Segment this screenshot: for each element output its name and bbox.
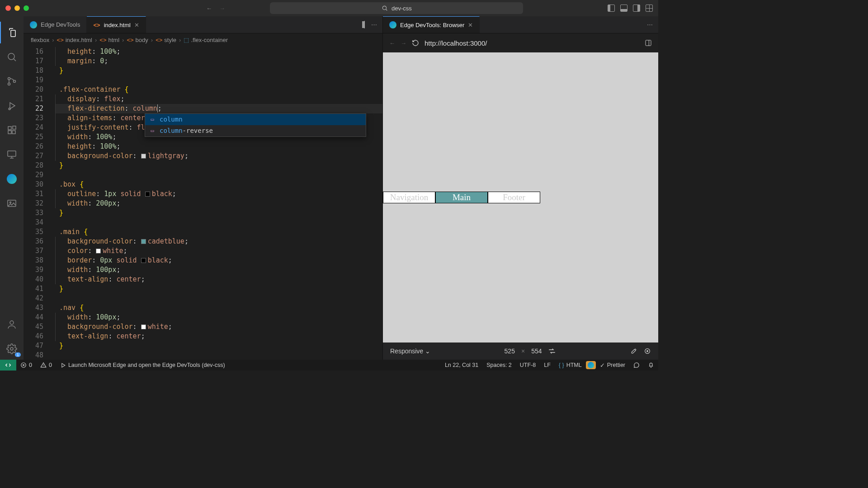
svg-rect-6 [8, 127, 11, 130]
svg-point-5 [9, 108, 10, 110]
rotate-icon[interactable] [548, 347, 556, 355]
toggle-primary-sidebar-icon[interactable] [608, 5, 615, 12]
toggle-secondary-sidebar-icon[interactable] [633, 5, 640, 12]
suggest-item[interactable]: ▭ column [145, 114, 366, 125]
chevron-down-icon: ⌄ [425, 347, 430, 355]
preview-viewport[interactable]: Navigation Main Footer [383, 52, 658, 343]
image-asset-icon[interactable] [0, 192, 24, 214]
viewport-height[interactable]: 554 [531, 347, 542, 355]
viewport-sep: × [521, 347, 525, 355]
suggest-item[interactable]: ▭ column-reverse [145, 125, 366, 136]
svg-point-13 [10, 321, 14, 324]
prettier-status[interactable]: ✓ Prettier [596, 362, 629, 369]
crumb-body[interactable]: <> body [127, 37, 148, 43]
close-tab-icon[interactable]: ✕ [468, 22, 473, 28]
nav-forward-icon[interactable]: → [219, 5, 225, 12]
browser-preview: Edge DevTools: Browser ✕ ⋯ ← → http://lo… [382, 16, 658, 360]
property-value-icon: ▭ [149, 116, 156, 123]
svg-rect-8 [12, 131, 15, 134]
indent-setting[interactable]: Spaces: 2 [482, 362, 516, 368]
browser-forward-icon[interactable]: → [401, 40, 406, 47]
flex-container-demo: Navigation Main Footer [383, 192, 540, 203]
toggle-panel-icon[interactable] [620, 5, 627, 12]
editor-tabs: Edge DevTools <> index.html ✕ ⋯ [24, 16, 382, 33]
language-mode[interactable]: { } HTML [555, 362, 586, 368]
preview-status-bar: Responsive ⌄ 525 × 554 [383, 343, 658, 360]
search-icon [382, 5, 388, 11]
tab-edge-devtools[interactable]: Edge DevTools [24, 16, 87, 33]
line-gutter: 1617181920212223242526272829303132333435… [24, 46, 52, 360]
source-control-icon[interactable] [0, 70, 24, 92]
customize-layout-icon[interactable] [646, 5, 653, 12]
demo-nav-box: Navigation [383, 192, 435, 203]
tab-index-html[interactable]: <> index.html ✕ [87, 16, 146, 33]
device-dropdown[interactable]: Responsive ⌄ [390, 347, 430, 355]
svg-point-14 [10, 347, 13, 350]
demo-footer-box: Footer [488, 192, 540, 203]
svg-point-0 [382, 6, 386, 9]
run-debug-icon[interactable] [0, 95, 24, 117]
browser-reload-icon[interactable] [412, 39, 419, 47]
status-bar: 0 0 Launch Microsoft Edge and open the E… [0, 360, 658, 371]
tab-label: index.html [104, 22, 131, 28]
svg-rect-10 [8, 151, 16, 156]
nav-back-icon[interactable]: ← [206, 5, 212, 12]
problems-warnings[interactable]: 0 [36, 362, 56, 368]
url-input[interactable]: http://localhost:3000/ [425, 39, 639, 47]
more-actions-icon[interactable]: ⋯ [647, 21, 653, 28]
workspace-title: dev-css [392, 5, 412, 12]
browser-toolbar: ← → http://localhost:3000/ [383, 33, 658, 52]
demo-main-box: Main [435, 192, 488, 203]
edge-status-icon[interactable] [586, 361, 596, 369]
maximize-window-button[interactable] [24, 5, 29, 11]
minimize-window-button[interactable] [14, 5, 20, 11]
svg-point-17 [647, 351, 648, 352]
eyedropper-icon[interactable] [630, 347, 637, 355]
crumb-folder[interactable]: flexbox [31, 37, 49, 43]
browser-back-icon[interactable]: ← [389, 40, 395, 47]
crumb-html[interactable]: <> html [99, 37, 119, 43]
code-editor[interactable]: 1617181920212223242526272829303132333435… [24, 46, 382, 360]
svg-point-1 [8, 53, 14, 60]
crumb-selector[interactable]: ⬚ .flex-container [184, 37, 228, 43]
explorer-icon[interactable] [0, 22, 24, 43]
edge-icon [389, 21, 396, 28]
crumb-file[interactable]: <> index.html [57, 37, 92, 43]
inspect-icon[interactable] [644, 347, 651, 355]
viewport-width[interactable]: 525 [505, 347, 515, 355]
search-icon[interactable] [0, 46, 24, 68]
remote-indicator[interactable] [0, 360, 16, 371]
window-controls [5, 5, 29, 11]
split-editor-icon[interactable] [364, 21, 365, 28]
edge-icon [30, 21, 37, 28]
launch-edge-task[interactable]: Launch Microsoft Edge and open the Edge … [56, 362, 229, 368]
svg-point-4 [14, 80, 16, 83]
notifications-icon[interactable] [644, 362, 658, 368]
close-window-button[interactable] [5, 5, 11, 11]
close-tab-icon[interactable]: ✕ [134, 22, 139, 28]
cursor-position[interactable]: Ln 22, Col 31 [441, 362, 482, 368]
svg-point-12 [10, 202, 11, 203]
breadcrumbs[interactable]: flexbox› <> index.html› <> html› <> body… [24, 33, 382, 46]
svg-rect-7 [8, 131, 11, 134]
title-bar: ← → dev-css [0, 0, 658, 16]
extensions-icon[interactable] [0, 119, 24, 141]
more-actions-icon[interactable]: ⋯ [371, 21, 377, 28]
intellisense-popup[interactable]: ▭ column ▭ column-reverse [145, 113, 366, 137]
remote-explorer-icon[interactable] [0, 144, 24, 165]
accounts-icon[interactable] [0, 314, 24, 335]
edge-tools-icon[interactable] [0, 168, 24, 190]
eol[interactable]: LF [540, 362, 555, 368]
settings-gear-icon[interactable]: 1 [0, 338, 24, 360]
feedback-icon[interactable] [629, 362, 644, 368]
encoding[interactable]: UTF-8 [516, 362, 540, 368]
code-content[interactable]: ▭ column ▭ column-reverse height: 100%; … [52, 46, 382, 360]
crumb-style[interactable]: <> style [156, 37, 176, 43]
command-center[interactable]: dev-css [270, 2, 523, 14]
tab-label: Edge DevTools [41, 21, 80, 28]
property-value-icon: ▭ [149, 127, 156, 135]
open-devtools-icon[interactable] [645, 39, 652, 47]
tab-browser-preview[interactable]: Edge DevTools: Browser ✕ [383, 16, 480, 33]
editor-group: Edge DevTools <> index.html ✕ ⋯ flexbox›… [24, 16, 382, 360]
problems-errors[interactable]: 0 [16, 362, 36, 368]
